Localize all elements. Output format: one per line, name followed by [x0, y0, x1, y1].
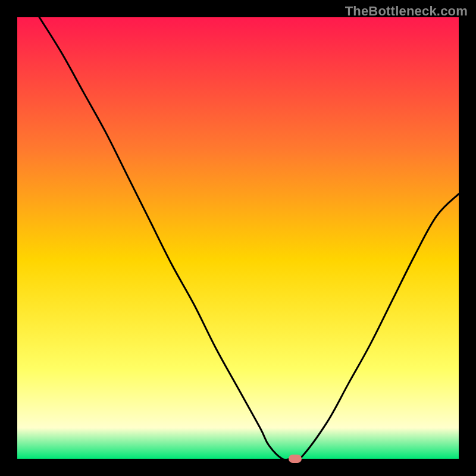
bottleneck-chart	[17, 17, 459, 459]
chart-background	[17, 17, 459, 459]
optimal-point-marker	[289, 455, 302, 463]
chart-frame: TheBottleneck.com	[0, 0, 476, 476]
watermark-text: TheBottleneck.com	[345, 4, 468, 19]
